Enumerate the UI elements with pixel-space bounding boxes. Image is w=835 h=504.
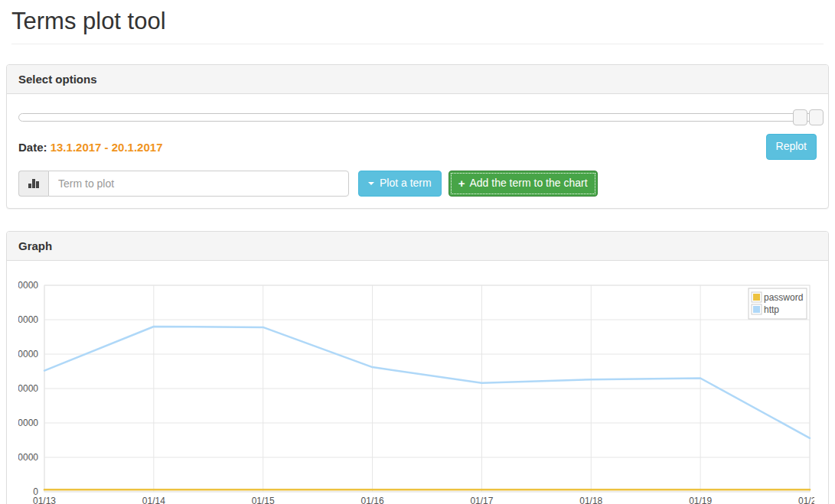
- term-row: Plot a term + Add the term to the chart: [18, 171, 817, 197]
- graph-panel: Graph 0500001000001500002000002500003000…: [6, 231, 829, 504]
- svg-text:250000: 250000: [18, 314, 38, 325]
- graph-heading: Graph: [7, 232, 828, 261]
- grid-lines: [44, 285, 810, 492]
- svg-text:01/18: 01/18: [579, 496, 602, 504]
- bar-chart-icon: [18, 171, 48, 197]
- select-options-body: Date: 13.1.2017 - 20.1.2017 Replot: [7, 94, 828, 208]
- svg-text:01/16: 01/16: [361, 496, 384, 504]
- term-input[interactable]: [48, 171, 349, 197]
- add-term-label: Add the term to the chart: [469, 176, 587, 191]
- plus-icon: +: [458, 175, 465, 191]
- page: Terms plot tool Select options Date: 13.…: [0, 8, 835, 504]
- svg-text:01/20: 01/20: [798, 496, 814, 504]
- graph-body: 05000010000015000020000025000030000001/1…: [7, 261, 828, 504]
- svg-text:01/14: 01/14: [142, 496, 165, 504]
- svg-text:50000: 50000: [18, 452, 38, 463]
- svg-text:300000: 300000: [18, 280, 38, 291]
- slider-handle-start[interactable]: [793, 109, 807, 125]
- replot-button[interactable]: Replot: [766, 134, 817, 160]
- axis-labels: 05000010000015000020000025000030000001/1…: [18, 280, 814, 504]
- series-line-http: [44, 327, 810, 438]
- svg-text:200000: 200000: [18, 349, 38, 359]
- date-label: Date:: [18, 141, 47, 154]
- svg-text:150000: 150000: [18, 383, 38, 394]
- date-range-slider[interactable]: [18, 113, 817, 122]
- plot-term-label: Plot a term: [380, 176, 432, 191]
- plot-term-button[interactable]: Plot a term: [358, 171, 442, 197]
- caret-down-icon: [368, 182, 374, 185]
- legend-label-password: password: [764, 292, 803, 303]
- add-term-button[interactable]: + Add the term to the chart: [448, 171, 598, 197]
- svg-text:01/13: 01/13: [33, 496, 56, 504]
- date-row: Date: 13.1.2017 - 20.1.2017 Replot: [18, 134, 817, 160]
- page-title: Terms plot tool: [11, 8, 824, 44]
- svg-text:01/17: 01/17: [470, 496, 493, 504]
- slider-handle-end[interactable]: [809, 109, 824, 125]
- svg-text:01/15: 01/15: [252, 496, 275, 504]
- date-value: 13.1.2017 - 20.1.2017: [51, 141, 163, 154]
- svg-text:100000: 100000: [18, 418, 38, 428]
- terms-chart: 05000010000015000020000025000030000001/1…: [18, 272, 814, 504]
- chart-legend: passwordhttp: [749, 288, 807, 319]
- date-text: Date: 13.1.2017 - 20.1.2017: [18, 141, 162, 154]
- legend-label-http: http: [764, 304, 779, 315]
- select-options-heading: Select options: [7, 65, 828, 94]
- svg-text:01/19: 01/19: [689, 496, 712, 504]
- select-options-panel: Select options Date: 13.1.2017 - 20.1.20…: [6, 64, 829, 209]
- term-input-group: [18, 171, 349, 197]
